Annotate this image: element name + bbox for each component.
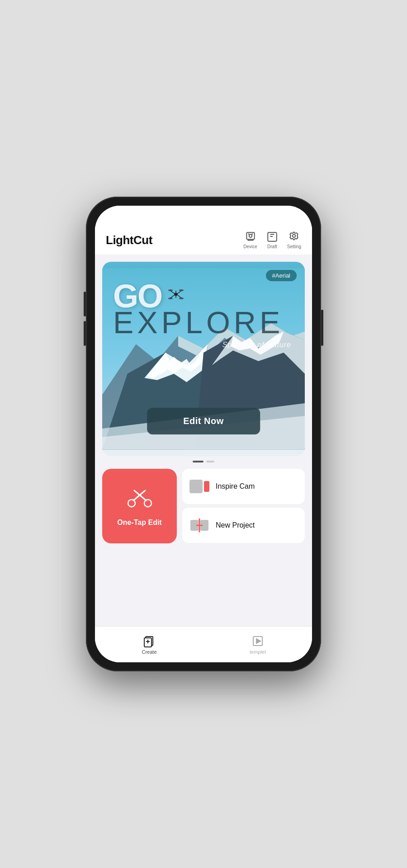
drone-icon <box>168 288 184 304</box>
svg-point-26 <box>179 297 184 299</box>
header: LightCut Device <box>95 226 312 255</box>
dots-indicator <box>95 461 312 462</box>
dot-1 <box>206 461 214 462</box>
aerial-badge: #Aerial <box>266 270 297 281</box>
create-icon <box>143 635 156 647</box>
draft-label: Draft <box>267 244 277 249</box>
banner-text-sub: Splendor of Nature <box>222 341 291 349</box>
draft-icon <box>266 231 278 243</box>
volume-down-button[interactable] <box>84 321 86 346</box>
nav-create[interactable]: Create <box>95 627 204 662</box>
nav-templet[interactable]: templet <box>204 627 312 662</box>
svg-marker-2 <box>290 232 298 240</box>
draft-button[interactable]: Draft <box>266 231 278 249</box>
setting-button[interactable]: Setting <box>287 231 301 249</box>
volume-up-button[interactable] <box>84 292 86 316</box>
power-button[interactable] <box>321 310 323 346</box>
nav-templet-label: templet <box>250 649 266 655</box>
device-icon <box>245 231 256 243</box>
phone-screen: LightCut Device <box>95 206 312 662</box>
setting-icon <box>288 231 300 243</box>
status-bar <box>95 206 312 226</box>
main-scroll: #Aerial GO <box>95 255 312 626</box>
svg-point-25 <box>168 297 173 299</box>
svg-marker-40 <box>256 639 260 643</box>
svg-point-21 <box>179 289 184 291</box>
dot-0 <box>193 461 204 462</box>
scissors-icon <box>127 486 152 513</box>
inspire-cam-button[interactable]: Inspire Cam <box>182 469 305 504</box>
right-actions: Inspire Cam <box>182 469 305 543</box>
nav-create-label: Create <box>142 649 156 655</box>
app-content: LightCut Device <box>95 226 312 662</box>
new-project-button[interactable]: New Project <box>182 508 305 543</box>
templet-icon <box>251 635 264 647</box>
svg-rect-0 <box>246 232 254 239</box>
device-label: Device <box>243 244 257 249</box>
bottom-nav: Create templet <box>95 626 312 662</box>
phone-frame: LightCut Device <box>86 197 321 671</box>
one-tap-edit-button[interactable]: One-Tap Edit <box>102 469 177 543</box>
header-icons: Device Draft Setting <box>243 231 301 249</box>
edit-now-button[interactable]: Edit Now <box>147 408 260 434</box>
app-title: LightCut <box>106 233 152 247</box>
inspire-cam-icon <box>189 478 209 495</box>
svg-point-1 <box>249 235 252 238</box>
new-project-label: New Project <box>216 521 255 529</box>
svg-rect-16 <box>174 293 178 296</box>
banner-card: #Aerial GO <box>102 262 305 456</box>
quick-actions: One-Tap Edit Inspire Cam <box>95 469 312 543</box>
new-project-icon <box>189 517 209 533</box>
device-button[interactable]: Device <box>243 231 257 249</box>
inspire-cam-label: Inspire Cam <box>216 482 255 491</box>
svg-point-20 <box>168 289 173 291</box>
one-tap-label: One-Tap Edit <box>117 519 161 527</box>
banner-text-explore: EXPLORE <box>113 307 284 338</box>
svg-point-3 <box>293 235 296 238</box>
setting-label: Setting <box>287 244 301 249</box>
